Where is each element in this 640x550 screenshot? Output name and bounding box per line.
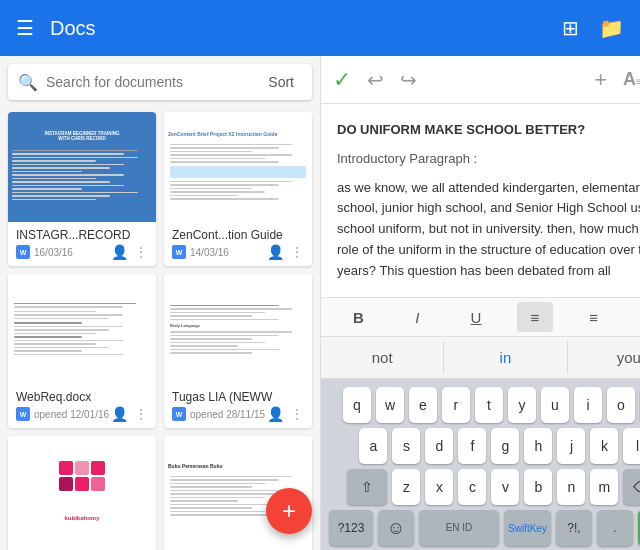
doc-date: opened 12/01/16 — [34, 409, 109, 420]
key-t[interactable]: t — [475, 387, 503, 423]
align-left-button[interactable]: ≡ — [576, 302, 612, 332]
doc-card[interactable]: INSTAGRAM BEGINNER TRAININGWITH CHRIS RE… — [8, 112, 156, 266]
check-icon[interactable]: ✓ — [333, 67, 351, 93]
right-panel: ✓ ↩ ↪ + A≡ ⋮ DO UNIFORM MAKE SCHOOL BETT… — [320, 56, 640, 550]
doc-name: ZenCont...tion Guide — [172, 228, 304, 242]
grid-view-icon[interactable]: ⊞ — [558, 12, 583, 44]
undo-icon[interactable]: ↩ — [367, 68, 384, 92]
num-key[interactable]: ?123 — [329, 510, 373, 546]
keyboard-row-3: ⇧ z x c v b n m ⌫ — [325, 469, 640, 505]
more-icon[interactable]: ⋮ — [134, 406, 148, 422]
shift-key[interactable]: ⇧ — [347, 469, 387, 505]
key-x[interactable]: x — [425, 469, 453, 505]
key-u[interactable]: u — [541, 387, 569, 423]
doc-thumbnail: kubikahomy — [8, 436, 156, 546]
period-key[interactable]: . — [597, 510, 633, 546]
doc-info: INSTAGR...RECORD W 16/03/16 👤 ⋮ — [8, 222, 156, 266]
comma-key[interactable]: ?!, — [556, 510, 592, 546]
share-icon[interactable]: 👤 — [267, 244, 284, 260]
key-r[interactable]: r — [442, 387, 470, 423]
underline-button[interactable]: U — [458, 302, 494, 332]
doc-date: opened 28/11/15 — [190, 409, 265, 420]
doc-type-icon: W — [172, 407, 186, 421]
share-icon[interactable]: 👤 — [111, 406, 128, 422]
key-h[interactable]: h — [524, 428, 552, 464]
doc-thumbnail — [8, 274, 156, 384]
share-icon[interactable]: 👤 — [267, 406, 284, 422]
doc-card[interactable]: kubikahomy Kubikahomy W — [8, 436, 156, 550]
key-s[interactable]: s — [392, 428, 420, 464]
list-button[interactable]: ☰ — [634, 302, 640, 332]
key-b[interactable]: b — [524, 469, 552, 505]
doc-date: 16/03/16 — [34, 247, 73, 258]
key-a[interactable]: a — [359, 428, 387, 464]
key-w[interactable]: w — [376, 387, 404, 423]
keyboard-bottom-row: ?123 ☺ EN ID SwiftKey ?!, . ↵ — [325, 510, 640, 546]
key-k[interactable]: k — [590, 428, 618, 464]
doc-content-body: as we know, we all attended kindergarten… — [337, 178, 640, 282]
key-v[interactable]: v — [491, 469, 519, 505]
key-c[interactable]: c — [458, 469, 486, 505]
doc-thumbnail: ZenContent Brief Project XZ Instruction … — [164, 112, 312, 222]
doc-card[interactable]: ZenContent Brief Project XZ Instruction … — [164, 112, 312, 266]
share-icon[interactable]: 👤 — [111, 244, 128, 260]
key-n[interactable]: n — [557, 469, 585, 505]
more-icon[interactable]: ⋮ — [290, 406, 304, 422]
text-format-icon[interactable]: A≡ — [623, 69, 640, 90]
doc-meta: W 14/03/16 👤 ⋮ — [172, 244, 304, 260]
doc-card[interactable]: Body Language Tugas LIA (NEWW — [164, 274, 312, 428]
fab-button[interactable]: + — [266, 488, 312, 534]
doc-content-title: DO UNIFORM MAKE SCHOOL BETTER? — [337, 120, 640, 141]
top-bar: ☰ Docs ⊞ 📁 — [0, 0, 640, 56]
suggestion-not[interactable]: not — [321, 341, 444, 374]
italic-button[interactable]: I — [399, 302, 435, 332]
align-center-button[interactable]: ≡ — [517, 302, 553, 332]
doc-info: WebReq.docx W opened 12/01/16 👤 ⋮ — [8, 384, 156, 428]
menu-icon[interactable]: ☰ — [12, 12, 38, 44]
sort-button[interactable]: Sort — [260, 70, 302, 94]
backspace-key[interactable]: ⌫ — [623, 469, 640, 505]
key-f[interactable]: f — [458, 428, 486, 464]
doc-info: Buku Pemerasan Buku — [164, 546, 312, 550]
emoji-key[interactable]: ☺ — [378, 510, 414, 546]
lang-key[interactable]: EN ID — [419, 510, 499, 546]
key-m[interactable]: m — [590, 469, 618, 505]
doc-meta: W 16/03/16 👤 ⋮ — [16, 244, 148, 260]
key-y[interactable]: y — [508, 387, 536, 423]
bold-button[interactable]: B — [340, 302, 376, 332]
add-icon[interactable]: + — [594, 67, 607, 93]
doc-type-icon: W — [172, 245, 186, 259]
more-icon[interactable]: ⋮ — [290, 244, 304, 260]
search-icon: 🔍 — [18, 73, 38, 92]
format-toolbar: B I U ≡ ≡ ☰ — [321, 297, 640, 337]
doc-meta: W opened 12/01/16 👤 ⋮ — [16, 406, 148, 422]
key-i[interactable]: i — [574, 387, 602, 423]
doc-type-icon: W — [16, 245, 30, 259]
doc-name: WebReq.docx — [16, 390, 148, 404]
doc-type-icon: W — [16, 407, 30, 421]
doc-date: 14/03/16 — [190, 247, 229, 258]
keyboard: q w e r t y u i o p a s d f g h j k — [321, 379, 640, 550]
key-q[interactable]: q — [343, 387, 371, 423]
key-j[interactable]: j — [557, 428, 585, 464]
key-e[interactable]: e — [409, 387, 437, 423]
redo-icon[interactable]: ↪ — [400, 68, 417, 92]
key-g[interactable]: g — [491, 428, 519, 464]
left-panel-wrapper: 🔍 Sort INSTAGRAM BEGINNER TRAININGWITH C… — [0, 56, 320, 550]
key-l[interactable]: l — [623, 428, 640, 464]
more-icon[interactable]: ⋮ — [134, 244, 148, 260]
doc-card[interactable]: WebReq.docx W opened 12/01/16 👤 ⋮ — [8, 274, 156, 428]
doc-thumbnail: Body Language — [164, 274, 312, 384]
key-d[interactable]: d — [425, 428, 453, 464]
editor-toolbar: ✓ ↩ ↪ + A≡ ⋮ — [321, 56, 640, 104]
doc-content-subtitle: Introductory Paragraph : — [337, 149, 640, 170]
search-input[interactable] — [46, 74, 252, 90]
folder-icon[interactable]: 📁 — [595, 12, 628, 44]
suggestion-in[interactable]: in — [444, 341, 567, 374]
space-key[interactable]: SwiftKey — [504, 510, 551, 546]
suggestion-you[interactable]: you — [568, 341, 640, 374]
doc-meta: W opened 28/11/15 👤 ⋮ — [172, 406, 304, 422]
keyboard-row-2: a s d f g h j k l — [325, 428, 640, 464]
key-o[interactable]: o — [607, 387, 635, 423]
key-z[interactable]: z — [392, 469, 420, 505]
